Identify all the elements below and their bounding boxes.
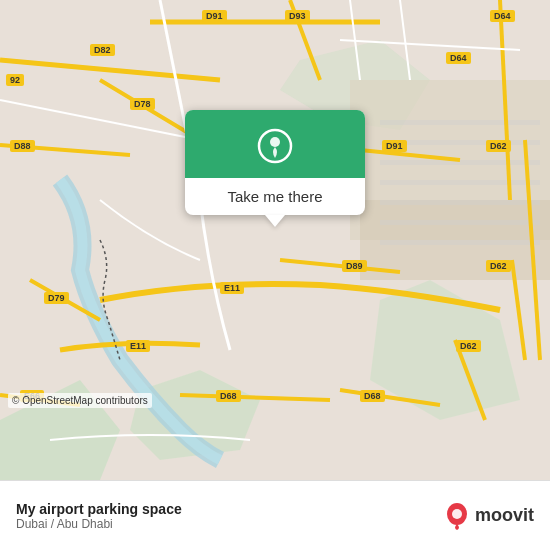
location-pin-icon [257,128,293,164]
road-label-d89: D89 [342,260,367,272]
road-label-d91-top: D91 [202,10,227,22]
road-label-d91b: D91 [382,140,407,152]
road-label-d88: D88 [10,140,35,152]
location-info: My airport parking space Dubai / Abu Dha… [16,501,182,531]
road-label-e11a: E11 [220,282,244,294]
road-label-d68a: D68 [216,390,241,402]
svg-point-35 [452,509,462,519]
map-attribution: © OpenStreetMap contributors [8,393,152,408]
location-name: My airport parking space [16,501,182,517]
road-label-d62b: D62 [486,260,511,272]
map-svg [0,0,550,480]
callout-header [185,110,365,178]
road-label-e11b: E11 [126,340,150,352]
svg-rect-7 [380,120,540,125]
road-label-d79: D79 [44,292,69,304]
location-region: Dubai / Abu Dhabi [16,517,182,531]
road-label-d93: D93 [285,10,310,22]
callout-arrow [265,215,285,227]
road-label-d64-top: D64 [490,10,515,22]
road-label-d62a: D62 [486,140,511,152]
moovit-text: moovit [475,505,534,526]
svg-rect-13 [380,240,540,245]
road-label-d78: D78 [130,98,155,110]
road-label-d62c: D62 [456,340,481,352]
road-label-d82: D82 [90,44,115,56]
road-label-d64b: D64 [446,52,471,64]
svg-point-33 [270,137,280,147]
moovit-logo-icon [443,502,471,530]
svg-rect-11 [380,200,540,205]
moovit-logo: moovit [443,502,534,530]
road-label-d68b: D68 [360,390,385,402]
svg-rect-10 [380,180,540,185]
road-label-92: 92 [6,74,24,86]
take-me-there-button[interactable]: Take me there [211,178,338,215]
svg-rect-12 [380,220,540,225]
svg-rect-9 [380,160,540,165]
map-container: D64 D91 D93 D82 92 D64 D78 D88 D91 D62 D… [0,0,550,480]
callout-card: Take me there [185,110,365,215]
bottom-bar: My airport parking space Dubai / Abu Dha… [0,480,550,550]
